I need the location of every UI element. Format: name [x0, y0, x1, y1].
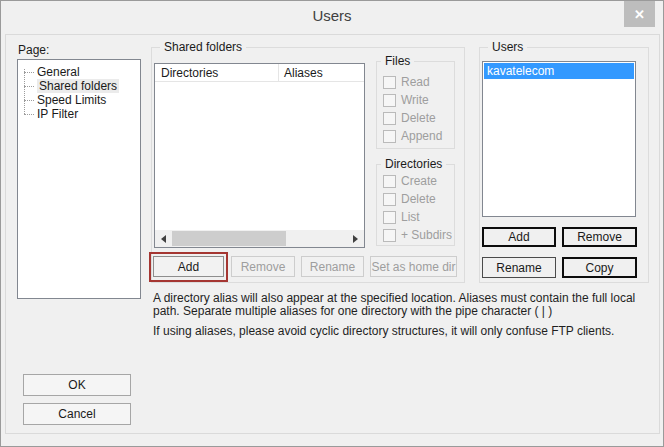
- directories-group: Directories Create Delete List + Subdirs: [376, 164, 455, 246]
- write-checkbox-label: Write: [401, 93, 429, 107]
- users-group-label: Users: [488, 40, 527, 54]
- shared-add-button[interactable]: Add: [153, 256, 224, 277]
- page-label: Page:: [18, 43, 49, 57]
- dir-delete-checkbox: [383, 193, 396, 206]
- shared-rename-button: Rename: [301, 256, 364, 277]
- page-item-shared-folders[interactable]: Shared folders: [20, 79, 119, 93]
- scrollbar-thumb[interactable]: [172, 231, 286, 246]
- scroll-right-icon: [353, 235, 358, 243]
- page-item-label: Speed Limits: [37, 93, 106, 107]
- dir-delete-checkbox-label: Delete: [401, 192, 436, 206]
- list-checkbox: [383, 211, 396, 224]
- tree-dash-icon: [24, 100, 34, 101]
- files-group-label: Files: [381, 54, 414, 68]
- horizontal-scrollbar[interactable]: [155, 230, 364, 247]
- users-copy-button[interactable]: Copy: [562, 257, 637, 278]
- create-checkbox-label: Create: [401, 174, 437, 188]
- list-header: Directories Aliases: [155, 64, 364, 82]
- shared-folders-list[interactable]: Directories Aliases: [154, 63, 365, 248]
- users-remove-button[interactable]: Remove: [562, 227, 637, 247]
- list-checkbox-label: List: [401, 210, 420, 224]
- tree-dash-icon: [24, 114, 34, 115]
- alias-note-line2: path. Separate multiple aliases for one …: [153, 305, 552, 318]
- read-checkbox-label: Read: [401, 75, 430, 89]
- title-bar[interactable]: Users ✕: [1, 1, 663, 31]
- append-checkbox-label: Append: [401, 129, 442, 143]
- users-list[interactable]: kavatelecom: [482, 61, 636, 217]
- directories-group-label: Directories: [381, 157, 446, 171]
- page-item-label: General: [37, 65, 80, 79]
- files-group: Files Read Write Delete Append: [376, 61, 455, 149]
- append-checkbox: [383, 130, 396, 143]
- delete-checkbox: [383, 112, 396, 125]
- page-tree[interactable]: General Shared folders Speed Limits IP F…: [17, 59, 141, 299]
- page-item-speed-limits[interactable]: Speed Limits: [20, 93, 106, 107]
- column-divider: [278, 64, 279, 82]
- page-item-general[interactable]: General: [20, 65, 80, 79]
- shared-remove-button: Remove: [231, 256, 295, 277]
- dialog-title: Users: [1, 7, 663, 24]
- shared-folders-group-label: Shared folders: [160, 40, 246, 54]
- subdirs-checkbox-label: + Subdirs: [401, 228, 452, 242]
- column-aliases[interactable]: Aliases: [284, 66, 323, 80]
- delete-checkbox-label: Delete: [401, 111, 436, 125]
- scroll-left-button[interactable]: [155, 230, 172, 247]
- page-item-label: IP Filter: [37, 107, 78, 121]
- scroll-left-icon: [161, 235, 166, 243]
- ok-button[interactable]: OK: [23, 374, 131, 396]
- create-checkbox: [383, 175, 396, 188]
- page-item-label-selected: Shared folders: [37, 79, 119, 93]
- users-rename-button[interactable]: Rename: [482, 257, 556, 278]
- user-item-selected[interactable]: kavatelecom: [484, 63, 634, 79]
- close-button[interactable]: ✕: [624, 1, 655, 27]
- users-dialog: Users ✕ Page: General Shared folders Spe…: [0, 0, 664, 447]
- close-icon: ✕: [634, 7, 645, 22]
- cancel-button[interactable]: Cancel: [23, 403, 131, 425]
- scroll-right-button[interactable]: [347, 230, 364, 247]
- write-checkbox: [383, 94, 396, 107]
- alias-note-line3: If using aliases, please avoid cyclic di…: [153, 325, 614, 338]
- users-add-button[interactable]: Add: [482, 227, 556, 247]
- tree-dash-icon: [24, 86, 34, 87]
- subdirs-checkbox: [383, 229, 396, 242]
- set-as-home-dir-button: Set as home dir: [370, 256, 457, 277]
- page-item-ip-filter[interactable]: IP Filter: [20, 107, 78, 121]
- column-directories[interactable]: Directories: [161, 66, 218, 80]
- read-checkbox: [383, 76, 396, 89]
- tree-dash-icon: [24, 72, 34, 73]
